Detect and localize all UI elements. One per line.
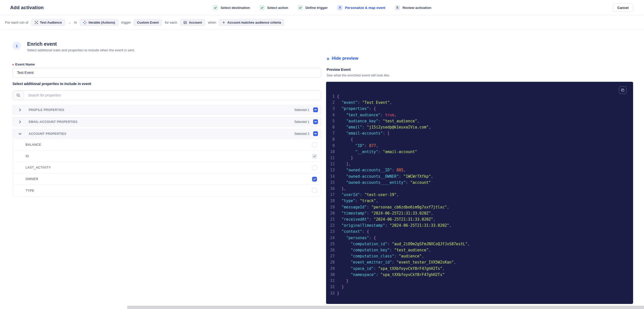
property-row[interactable]: BALANCE <box>13 139 321 151</box>
step-check-icon <box>213 5 218 10</box>
stepper-item[interactable]: Select destination <box>213 5 250 10</box>
code-content: "messageId": "personas_cb6zdbo6im9g7xxf7… <box>335 204 449 210</box>
event-name-input[interactable] <box>12 68 321 77</box>
line-number: 14 <box>326 173 335 180</box>
line-number: 9 <box>326 143 335 149</box>
property-row[interactable]: LAST_ACTIVITY <box>13 162 321 173</box>
horizontal-scrollbar[interactable] <box>127 306 644 309</box>
line-number: 33 <box>326 290 335 296</box>
step-badge: 4 <box>337 5 343 10</box>
code-line: 23 "context": { <box>326 229 633 235</box>
code-line: 9 "ID": 877, <box>326 143 633 149</box>
code-content: "owned-accounts__ID": 885, <box>335 167 406 173</box>
code-line: 30 "namespace": "spa_tXXbfoyvCkY8rF47ghH… <box>326 272 633 278</box>
code-content: "computation_class": "audience", <box>335 253 424 259</box>
code-content: "audience_key": "test_audience", <box>335 118 419 124</box>
property-group-label: PROFILE PROPERTIES <box>29 108 64 112</box>
property-checkbox[interactable] <box>312 142 317 147</box>
code-line: 6 "email": "j15i2ysedp@k1euxaIVia.com", <box>326 124 633 130</box>
step-number-badge: 1 <box>12 41 21 50</box>
code-content: "originalTimestamp": "2024-06-25T21:31:3… <box>335 222 452 229</box>
property-group-header[interactable]: PROFILE PROPERTIES Selected 1 <box>12 105 321 115</box>
property-group-items: BALANCE ID LAST_ACTIVITY OWNER TYPE <box>12 139 321 197</box>
property-row[interactable]: ID <box>13 151 321 162</box>
property-row[interactable]: TYPE <box>13 185 321 196</box>
line-number: 29 <box>326 266 335 272</box>
property-checkbox[interactable] <box>312 188 317 193</box>
code-content: } <box>335 155 353 161</box>
code-content: }, <box>335 186 346 192</box>
code-line: 33} <box>326 290 633 296</box>
code-content: "userId": "test-user-19", <box>335 192 399 198</box>
code-line: 17 "userId": "test-user-19", <box>326 192 633 198</box>
step-label: Review activation <box>403 6 431 10</box>
search-input[interactable] <box>24 91 321 100</box>
copy-icon <box>621 88 625 92</box>
code-line: 25 "computation_id": "aud_2iO9m2gSFmJNXC… <box>326 241 633 247</box>
property-checkbox[interactable] <box>312 154 317 159</box>
group-checkbox[interactable] <box>313 107 318 112</box>
pill-label: Iterable (Actions) <box>88 21 115 24</box>
line-number: 16 <box>326 186 335 192</box>
trigger-pill[interactable]: Custom Event <box>134 19 162 26</box>
event-name-label: Event Name <box>12 62 321 67</box>
required-indicator <box>12 64 14 65</box>
chevron-icon <box>19 120 22 123</box>
code-content: "receivedAt": "2024-06-25T21:31:33.020Z"… <box>335 216 435 222</box>
stepper-item[interactable]: Define trigger <box>298 5 328 10</box>
code-line: 31 } <box>326 278 633 284</box>
app-header: Add activation Select destination Select… <box>0 0 644 15</box>
preview-title: Preview Event <box>327 68 351 72</box>
stepper: Select destination Select action Define … <box>213 0 431 15</box>
line-number: 28 <box>326 259 335 265</box>
line-number: 19 <box>326 204 335 210</box>
stepper-item[interactable]: 4 Personalize & map event <box>337 5 385 10</box>
code-content: "type": "track", <box>335 198 378 204</box>
line-number: 20 <box>326 210 335 216</box>
code-content: "computation_id": "aud_2iO9m2gSFmJNXCoQJ… <box>335 241 470 247</box>
line-number: 23 <box>326 229 335 235</box>
line-number: 30 <box>326 272 335 278</box>
property-group-header[interactable]: EMAIL-ACCOUNT PROPERTIES Selected 1 <box>12 117 321 126</box>
code-content: "email": "j15i2ysedp@k1euxaIVia.com", <box>335 124 431 130</box>
code-line: 22 "originalTimestamp": "2024-06-25T21:3… <box>326 222 633 229</box>
property-checkbox[interactable] <box>312 165 317 170</box>
copy-button[interactable] <box>619 86 627 94</box>
line-number: 10 <box>326 149 335 155</box>
line-number: 3 <box>326 106 335 112</box>
line-number: 13 <box>326 167 335 173</box>
line-number: 26 <box>326 247 335 253</box>
code-line: 27 "computation_class": "audience", <box>326 253 633 259</box>
stepper-item[interactable]: Select action <box>259 5 288 10</box>
line-number: 22 <box>326 222 335 229</box>
group-checkbox[interactable] <box>313 119 318 124</box>
code-content: "owned-accounts____entity": "account" <box>335 180 431 186</box>
step-check-icon <box>259 5 265 10</box>
property-group: EMAIL-ACCOUNT PROPERTIES Selected 1 <box>12 117 321 126</box>
code-line: 21 "receivedAt": "2024-06-25T21:31:33.02… <box>326 216 633 222</box>
trigger-pill[interactable]: Iterable (Actions) <box>80 19 118 26</box>
selected-count: Selected 2 <box>294 132 309 136</box>
cancel-button[interactable]: Cancel <box>613 3 633 12</box>
audience-icon <box>34 21 38 24</box>
property-checkbox[interactable] <box>312 177 317 182</box>
code-line: 26 "computation_key": "test_audience", <box>326 247 633 253</box>
group-checkbox[interactable] <box>313 131 318 136</box>
trigger-text: for each <box>165 21 177 24</box>
trigger-pill[interactable]: Test Audience <box>31 19 65 26</box>
trigger-bar: For each run of Test Audience →In Iterab… <box>0 15 644 30</box>
code-content: "owned-accounts__OWNER": "1WCWrTXfkp", <box>335 173 433 180</box>
code-content: "properties": { <box>335 106 376 112</box>
property-group-header[interactable]: ACCOUNT PROPERTIES Selected 2 <box>12 129 321 138</box>
hide-preview-button[interactable]: » Hide preview <box>327 56 358 61</box>
trigger-text: when <box>208 21 216 24</box>
trigger-pill[interactable]: Account <box>180 19 205 26</box>
property-row[interactable]: OWNER <box>13 173 321 185</box>
stepper-item[interactable]: 5 Review activation <box>395 5 431 10</box>
trigger-pill[interactable]: Account matches audience criteria <box>219 19 284 26</box>
trigger-text: trigger <box>121 21 131 24</box>
search-icon <box>13 91 24 100</box>
line-number: 15 <box>326 180 335 186</box>
code-content: ], <box>335 161 351 167</box>
pill-label: Test Audience <box>40 21 62 24</box>
